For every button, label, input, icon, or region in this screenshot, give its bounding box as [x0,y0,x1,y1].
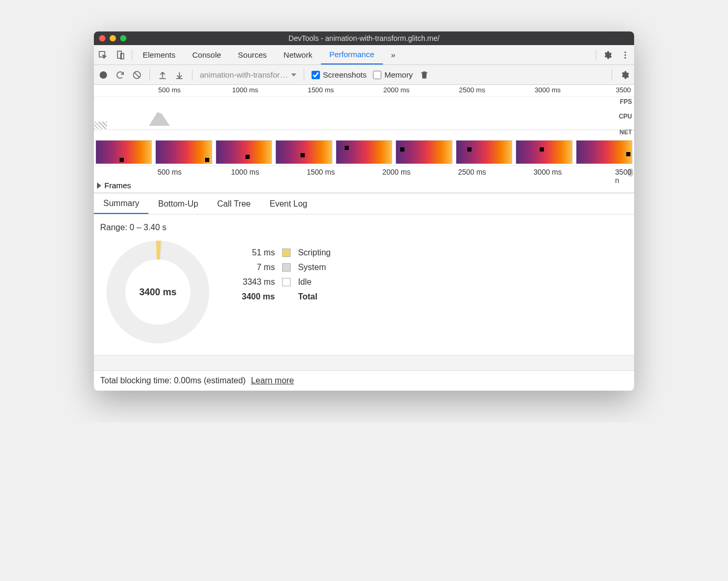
frames-label: Frames [104,181,131,190]
fps-track-label: FPS [620,98,632,105]
screenshot-thumbnail[interactable] [516,140,572,164]
screenshot-thumbnail[interactable] [336,140,392,164]
ruler-tick: 3000 ms [534,86,561,94]
animated-box-icon [301,153,305,157]
gear-icon[interactable] [598,50,616,60]
donut-center-value: 3400 ms [139,287,176,298]
divider [192,69,192,81]
svg-point-4 [625,54,626,56]
ruler-tick: 3500 [616,86,631,94]
animated-box-icon [626,152,630,156]
reload-icon[interactable] [115,70,125,80]
range-label: Range: 0 – 3.40 s [100,223,628,232]
drawer-strip [94,355,634,371]
legend-swatch-icon [282,278,291,286]
devtools-window: DevTools - animation-with-transform.glit… [94,31,634,391]
overview-ruler: 500 ms1000 ms1500 ms2000 ms2500 ms3000 m… [94,85,634,96]
summary-donut-chart: 3400 ms [105,240,210,345]
net-baseline [94,130,634,130]
cpu-activity-bump [149,112,170,126]
device-toolbar-icon[interactable] [112,50,130,60]
detail-tab-call-tree[interactable]: Call Tree [208,193,260,214]
ruler-tick: 2000 ms [382,168,411,176]
screenshot-thumbnail[interactable] [395,140,452,164]
screenshot-thumbnail[interactable] [576,140,633,164]
cpu-hatch [94,122,107,129]
clear-icon[interactable] [132,70,142,80]
footer: Total blocking time: 0.00ms (estimated) … [94,371,634,391]
detail-tab-event-log[interactable]: Event Log [260,193,317,214]
close-icon[interactable] [99,35,105,41]
more-tabs-icon[interactable]: » [383,45,404,64]
legend-swatch-icon [282,263,291,272]
animated-box-icon [120,158,124,162]
animated-box-icon [345,146,349,150]
ruler-tick: 1000 ms [231,168,260,176]
learn-more-link[interactable]: Learn more [251,376,294,385]
ruler-tick: 3500 n [615,168,631,185]
timeline-ruler: 500 ms1000 ms1500 ms2000 ms2500 ms3000 m… [94,166,634,178]
screenshots-checkbox[interactable]: Screenshots [312,70,367,79]
tab-elements[interactable]: Elements [134,45,184,64]
maximize-icon[interactable] [120,35,126,41]
memory-checkbox[interactable]: Memory [373,70,413,79]
ruler-tick: 500 ms [158,86,181,94]
tab-sources[interactable]: Sources [230,45,275,64]
trash-icon[interactable] [419,70,430,80]
frames-row[interactable]: Frames [94,178,634,193]
expand-triangle-icon[interactable] [97,182,101,189]
ruler-tick: 500 ms [157,168,181,176]
legend-value: 7 ms [242,263,275,272]
screenshots-label: Screenshots [323,70,367,79]
chevron-down-icon [291,73,296,77]
record-icon[interactable] [98,70,109,80]
divider [132,49,132,61]
profile-select[interactable]: animation-with-transfor… [200,70,296,79]
svg-point-3 [625,51,626,53]
screenshot-thumbnail[interactable] [155,140,212,164]
tab-console[interactable]: Console [184,45,230,64]
overview-panel[interactable]: 500 ms1000 ms1500 ms2000 ms2500 ms3000 m… [94,85,634,193]
ruler-tick: 2000 ms [383,86,410,94]
legend-total-label: Total [298,292,330,302]
kebab-menu-icon[interactable] [616,50,634,60]
window-traffic-lights [99,35,126,41]
animated-box-icon [400,147,404,152]
summary-panel: Range: 0 – 3.40 s 3400 ms 51 msScripting… [94,214,634,355]
divider [596,49,596,61]
screenshot-thumbnail[interactable] [275,140,332,164]
svg-rect-0 [99,51,105,57]
profile-select-label: animation-with-transfor… [200,70,288,79]
screenshot-thumbnail[interactable] [456,140,512,164]
download-icon[interactable] [174,70,185,80]
animated-box-icon [540,147,544,152]
tab-performance[interactable]: Performance [321,45,383,64]
detail-tab-bottom-up[interactable]: Bottom-Up [148,193,207,214]
upload-icon[interactable] [157,70,168,80]
detail-tab-summary[interactable]: Summary [94,193,148,214]
ruler-tick: 2500 ms [458,168,486,176]
overview-tracks: FPS CPU NET [94,96,634,138]
animated-box-icon [245,155,250,159]
svg-line-7 [135,72,140,77]
screenshot-thumbnail[interactable] [95,140,152,164]
window-title: DevTools - animation-with-transform.glit… [94,34,634,42]
cpu-track-label: CPU [619,113,632,120]
minimize-icon[interactable] [110,35,116,41]
legend-value: 51 ms [242,248,275,257]
performance-toolbar: animation-with-transfor… Screenshots Mem… [94,65,634,85]
tab-network[interactable]: Network [275,45,321,64]
blocking-time-text: Total blocking time: 0.00ms (estimated) [100,376,245,385]
memory-label: Memory [384,70,413,79]
titlebar: DevTools - animation-with-transform.glit… [94,31,634,45]
screenshots-checkbox-input[interactable] [312,71,320,79]
screenshot-thumbnail[interactable] [216,140,272,164]
inspect-element-icon[interactable] [94,50,112,60]
main-tabs-bar: ElementsConsoleSourcesNetworkPerformance… [94,45,634,65]
ruler-tick: 3000 ms [533,168,562,176]
divider [149,69,150,81]
legend-swatch-icon [282,249,291,257]
capture-settings-gear-icon[interactable] [619,70,630,80]
memory-checkbox-input[interactable] [373,71,381,79]
animated-box-icon [467,147,472,152]
